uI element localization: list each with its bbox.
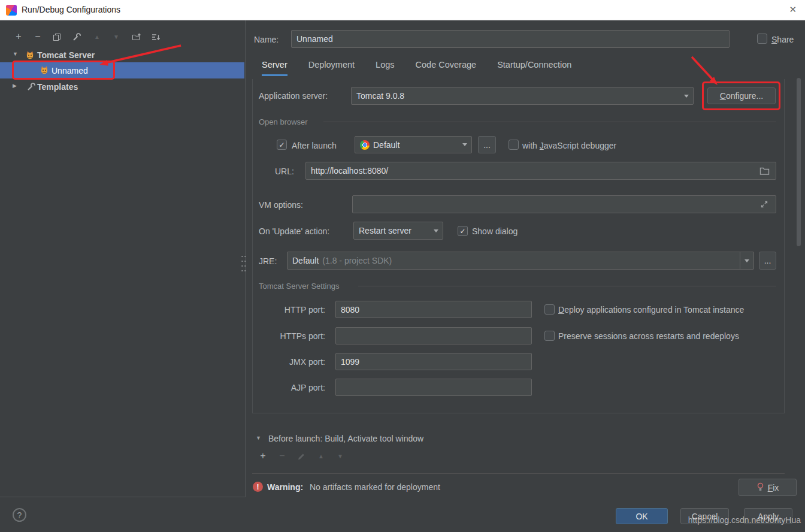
lightbulb-icon	[756, 482, 764, 493]
folder-icon[interactable]	[758, 162, 771, 179]
before-launch-down-icon: ▼	[335, 451, 346, 462]
preserve-sessions-checkbox[interactable]	[544, 331, 555, 341]
cancel-button[interactable]: Cancel	[680, 508, 729, 524]
show-dialog-checkbox[interactable]: ✓	[458, 226, 468, 236]
add-configuration-button[interactable]: +	[13, 31, 24, 42]
section-divider	[323, 122, 776, 122]
deploy-applications-label: Deploy applications configured in Tomcat…	[558, 305, 744, 315]
application-server-select[interactable]: Tomcat 9.0.8	[351, 87, 694, 105]
update-action-select[interactable]: Restart server	[353, 222, 443, 240]
chevron-down-icon[interactable]	[740, 252, 753, 269]
edit-defaults-wrench-icon[interactable]	[71, 32, 82, 43]
fix-button[interactable]: Fix	[739, 479, 797, 496]
chevron-down-icon	[458, 137, 471, 153]
warning-title: Warning:	[267, 482, 303, 492]
url-input[interactable]: http://localhost:8080/	[305, 162, 776, 180]
show-dialog-label: Show dialog	[472, 226, 518, 236]
close-icon[interactable]: ✕	[789, 4, 797, 15]
tomcat-server-icon	[25, 50, 35, 60]
vm-options-input[interactable]	[352, 195, 776, 213]
templates-wrench-icon	[26, 82, 36, 92]
tree-item-tomcat-server[interactable]: Tomcat Server	[37, 50, 95, 60]
tree-item-unnamed[interactable]: Unnamed	[52, 66, 88, 75]
before-launch-label: Before launch: Build, Activate tool wind…	[268, 434, 423, 443]
jre-label: JRE:	[259, 256, 277, 266]
tab-server[interactable]: Server	[262, 60, 288, 76]
after-launch-checkbox[interactable]: ✓	[277, 140, 287, 150]
expand-field-icon[interactable]	[758, 196, 771, 213]
jre-hint: (1.8 - project SDK)	[322, 256, 392, 265]
https-port-input[interactable]	[335, 327, 532, 344]
tree-selection-highlight	[0, 62, 244, 78]
move-up-icon: ▲	[92, 32, 102, 43]
http-port-label: HTTP port:	[259, 305, 325, 315]
tree-item-templates[interactable]: Templates	[37, 82, 78, 92]
vertical-scrollbar[interactable]	[797, 78, 801, 246]
copy-configuration-icon[interactable]	[52, 32, 62, 43]
chevron-down-icon	[429, 222, 443, 239]
before-launch-remove-icon: −	[277, 451, 288, 461]
jmx-port-label: JMX port:	[259, 357, 325, 367]
jre-more-button[interactable]: ...	[759, 252, 776, 270]
chrome-icon	[360, 140, 370, 150]
tree-collapse-icon[interactable]: ▶	[13, 83, 17, 89]
sort-configurations-icon[interactable]	[150, 32, 161, 43]
chevron-down-icon	[680, 87, 693, 104]
js-debugger-checkbox[interactable]	[509, 140, 519, 150]
section-divider	[358, 286, 776, 286]
before-launch-collapse-icon[interactable]: ▼	[256, 435, 261, 441]
tomcat-settings-section-label: Tomcat Server Settings	[259, 282, 339, 291]
window-titlebar: Run/Debug Configurations ✕	[0, 0, 805, 20]
new-folder-icon[interactable]	[131, 32, 142, 43]
name-label: Name:	[254, 35, 279, 44]
warning-icon: !	[253, 482, 263, 492]
tab-startup-connection[interactable]: Startup/Connection	[497, 60, 571, 76]
update-action-label: On 'Update' action:	[259, 226, 329, 236]
configure-button[interactable]: Configure...	[707, 87, 776, 104]
https-port-label: HTTPs port:	[259, 331, 325, 341]
ok-button[interactable]: OK	[616, 508, 668, 524]
jmx-port-input[interactable]: 1099	[335, 353, 532, 370]
help-button[interactable]: ?	[13, 508, 26, 522]
url-label: URL:	[275, 167, 294, 176]
name-input[interactable]: Unnamed	[291, 30, 730, 48]
footer-divider	[252, 473, 785, 474]
before-launch-edit-pencil-icon	[296, 451, 307, 462]
configurations-sidebar	[0, 20, 246, 497]
browser-select[interactable]: Default	[355, 136, 472, 153]
config-tabs: Server Deployment Logs Code Coverage Sta…	[262, 60, 571, 76]
ajp-port-label: AJP port:	[259, 383, 325, 392]
application-server-label: Application server:	[259, 91, 328, 101]
deploy-applications-checkbox[interactable]	[544, 304, 555, 315]
http-port-input[interactable]: 8080	[335, 301, 532, 318]
vm-options-label: VM options:	[259, 200, 303, 210]
before-launch-up-icon: ▲	[316, 451, 326, 462]
tab-code-coverage[interactable]: Code Coverage	[416, 60, 477, 76]
panel-splitter[interactable]	[241, 254, 247, 273]
share-label: Share	[771, 35, 794, 44]
js-debugger-label: with JavaScript debugger	[522, 141, 616, 150]
move-down-icon: ▼	[111, 32, 122, 43]
apply-button[interactable]: Apply	[744, 508, 792, 524]
tab-deployment[interactable]: Deployment	[308, 60, 355, 76]
share-checkbox[interactable]	[757, 34, 767, 44]
ajp-port-input[interactable]	[335, 379, 532, 396]
remove-configuration-button[interactable]: −	[32, 31, 43, 42]
tree-expand-icon[interactable]: ▼	[13, 51, 18, 57]
intellij-logo-icon	[6, 5, 17, 16]
open-browser-section-label: Open browser	[259, 117, 308, 126]
browser-more-button[interactable]: ...	[478, 136, 496, 153]
jre-select[interactable]: Default (1.8 - project SDK)	[287, 252, 754, 270]
preserve-sessions-label: Preserve sessions across restarts and re…	[558, 331, 739, 341]
warning-message: No artifacts marked for deployment	[310, 482, 440, 492]
before-launch-add-icon[interactable]: +	[258, 451, 268, 461]
after-launch-label: After launch	[292, 141, 337, 150]
tab-logs[interactable]: Logs	[376, 60, 394, 76]
run-debug-configurations-dialog: Run/Debug Configurations ✕ + − ▲ ▼ ▼ Tom…	[0, 0, 805, 532]
window-title: Run/Debug Configurations	[22, 5, 120, 14]
tomcat-config-icon	[40, 65, 49, 75]
